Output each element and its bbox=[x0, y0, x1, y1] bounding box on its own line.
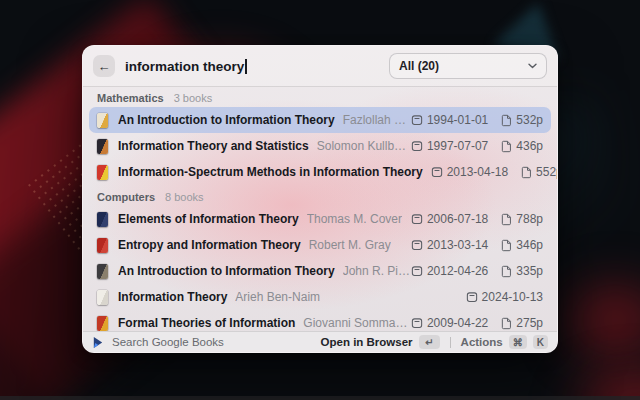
book-author: Thomas M. Cover bbox=[307, 212, 402, 226]
book-author: Fazlollah M. Reza bbox=[343, 113, 411, 127]
publish-date-text: 1997-07-07 bbox=[427, 139, 488, 153]
chevron-down-icon bbox=[528, 63, 537, 69]
wallpaper-red-glow-bottom bbox=[555, 355, 640, 400]
book-meta: 2013-03-14 346p bbox=[411, 238, 543, 252]
book-author: Giovanni Sommaruga bbox=[303, 316, 411, 330]
publish-date: 2012-04-26 bbox=[411, 264, 488, 278]
back-button[interactable]: ← bbox=[93, 55, 115, 77]
publish-date-text: 2013-04-18 bbox=[447, 165, 508, 179]
book-title: Information-Spectrum Methods in Informat… bbox=[118, 165, 423, 179]
book-cover-icon bbox=[97, 238, 108, 253]
book-result-row[interactable]: Information-Spectrum Methods in Informat… bbox=[89, 159, 551, 185]
publish-date-text: 2024-10-13 bbox=[482, 290, 543, 304]
book-title: An Introduction to Information Theory bbox=[118, 264, 335, 278]
page-icon bbox=[501, 239, 512, 252]
publish-date-text: 2013-03-14 bbox=[427, 238, 488, 252]
page-count-text: 788p bbox=[516, 212, 543, 226]
page-icon bbox=[501, 213, 512, 226]
book-author: Arieh Ben-Naim bbox=[235, 290, 320, 304]
google-books-icon bbox=[92, 336, 104, 349]
calendar-icon bbox=[411, 265, 423, 277]
publish-date: 1997-07-07 bbox=[411, 139, 488, 153]
page-count-text: 335p bbox=[516, 264, 543, 278]
page-icon bbox=[521, 166, 532, 179]
book-cover-icon bbox=[97, 316, 108, 331]
publish-date: 2013-04-18 bbox=[431, 165, 508, 179]
search-query-text: information theory bbox=[125, 59, 244, 74]
book-result-row[interactable]: Elements of Information Theory Thomas M.… bbox=[89, 206, 551, 232]
calendar-icon bbox=[411, 239, 423, 251]
book-meta: 2009-04-22 275p bbox=[411, 316, 543, 330]
page-count-text: 552p bbox=[536, 165, 557, 179]
book-cover-icon bbox=[97, 139, 108, 154]
page-count: 275p bbox=[501, 316, 543, 330]
book-result-row[interactable]: An Introduction to Information Theory Jo… bbox=[89, 258, 551, 284]
book-title: Entropy and Information Theory bbox=[118, 238, 301, 252]
footer-divider bbox=[450, 337, 451, 348]
page-count-text: 275p bbox=[516, 316, 543, 330]
section-label: Computers bbox=[97, 191, 155, 203]
calendar-icon bbox=[411, 140, 423, 152]
page-icon bbox=[501, 140, 512, 153]
publish-date: 2013-03-14 bbox=[411, 238, 488, 252]
calendar-icon bbox=[466, 291, 478, 303]
book-meta: 2013-04-18 552p bbox=[431, 165, 557, 179]
filter-dropdown-value: All (20) bbox=[399, 59, 439, 73]
book-result-row[interactable]: Information Theory and Statistics Solomo… bbox=[89, 133, 551, 159]
actions-button[interactable]: Actions ⌘ K bbox=[461, 335, 548, 349]
book-cover-icon bbox=[97, 290, 108, 305]
launcher-window: ← information theory All (20) Mathematic… bbox=[82, 45, 558, 353]
book-meta: 2012-04-26 335p bbox=[411, 264, 543, 278]
calendar-icon bbox=[411, 317, 423, 329]
open-in-browser-label: Open in Browser bbox=[321, 336, 413, 348]
calendar-icon bbox=[411, 114, 423, 126]
page-count: 552p bbox=[521, 165, 557, 179]
page-count: 436p bbox=[501, 139, 543, 153]
publish-date: 2006-07-18 bbox=[411, 212, 488, 226]
publish-date: 2009-04-22 bbox=[411, 316, 488, 330]
page-count: 788p bbox=[501, 212, 543, 226]
page-icon bbox=[501, 317, 512, 330]
page-count: 532p bbox=[501, 113, 543, 127]
search-input[interactable]: information theory bbox=[125, 59, 247, 74]
book-result-row[interactable]: Formal Theories of Information Giovanni … bbox=[89, 310, 551, 331]
command-key-icon: ⌘ bbox=[509, 335, 527, 349]
book-result-row[interactable]: An Introduction to Information Theory Fa… bbox=[89, 107, 551, 133]
footer-bar: Search Google Books Open in Browser ↵ Ac… bbox=[83, 331, 557, 352]
book-meta: 1997-07-07 436p bbox=[411, 139, 543, 153]
book-author: John R. Pierce bbox=[343, 264, 411, 278]
publish-date-text: 2006-07-18 bbox=[427, 212, 488, 226]
book-title: Formal Theories of Information bbox=[118, 316, 295, 330]
results-list: Mathematics 3 books An Introduction to I… bbox=[83, 87, 557, 331]
page-icon bbox=[501, 265, 512, 278]
back-arrow-icon: ← bbox=[98, 60, 111, 73]
publish-date-text: 2012-04-26 bbox=[427, 264, 488, 278]
page-count-text: 436p bbox=[516, 139, 543, 153]
publish-date: 2024-10-13 bbox=[466, 290, 543, 304]
book-author: Robert M. Gray bbox=[309, 238, 391, 252]
page-icon bbox=[501, 114, 512, 127]
wallpaper-bottom-strip bbox=[0, 396, 640, 400]
text-caret bbox=[245, 59, 247, 74]
k-key-icon: K bbox=[533, 335, 548, 349]
section-count: 3 books bbox=[174, 92, 213, 104]
section-header: Computers 8 books bbox=[89, 185, 551, 206]
filter-dropdown[interactable]: All (20) bbox=[389, 53, 547, 79]
book-result-row[interactable]: Entropy and Information Theory Robert M.… bbox=[89, 232, 551, 258]
section-header: Mathematics 3 books bbox=[89, 89, 551, 107]
page-count: 335p bbox=[501, 264, 543, 278]
search-header: ← information theory All (20) bbox=[83, 46, 557, 86]
book-author: Solomon Kullback bbox=[317, 139, 411, 153]
book-cover-icon bbox=[97, 264, 108, 279]
book-title: Information Theory bbox=[118, 290, 227, 304]
book-cover-icon bbox=[97, 113, 108, 128]
book-result-row[interactable]: Information Theory Arieh Ben-Naim 2024-1… bbox=[89, 284, 551, 310]
actions-label: Actions bbox=[461, 336, 503, 348]
section-label: Mathematics bbox=[97, 92, 164, 104]
open-in-browser-button[interactable]: Open in Browser ↵ bbox=[321, 335, 440, 349]
book-meta: 2006-07-18 788p bbox=[411, 212, 543, 226]
publish-date-text: 1994-01-01 bbox=[427, 113, 488, 127]
return-key-icon: ↵ bbox=[419, 335, 440, 349]
footer-source-label: Search Google Books bbox=[112, 336, 224, 348]
publish-date-text: 2009-04-22 bbox=[427, 316, 488, 330]
